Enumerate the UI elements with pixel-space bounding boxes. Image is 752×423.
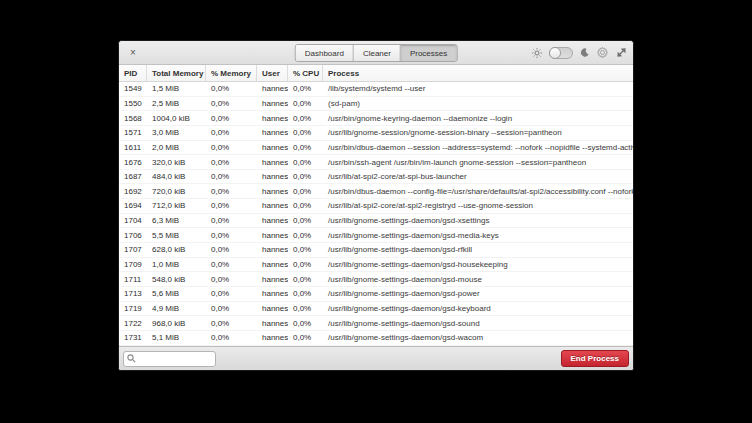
cell-user: hannes [257, 260, 288, 269]
tab-dashboard[interactable]: Dashboard [296, 45, 354, 61]
cell-mempct: 0,0% [206, 289, 257, 298]
cell-user: hannes [257, 333, 288, 342]
cell-mempct: 0,0% [206, 158, 257, 167]
search-box[interactable] [123, 351, 216, 367]
column-header-pid[interactable]: PID [119, 65, 147, 81]
cell-proc: /usr/lib/at-spi2-core/at-spi-bus-launche… [323, 172, 633, 181]
cell-pid: 1713 [119, 289, 147, 298]
cell-pid: 1549 [119, 84, 147, 93]
tab-cleaner[interactable]: Cleaner [354, 45, 401, 61]
cell-cpu: 0,0% [288, 245, 323, 254]
sun-icon [532, 48, 542, 58]
column-header-process[interactable]: Process [323, 65, 633, 81]
table-row[interactable]: 15502,5 MiB0,0%hannes0,0%(sd-pam) [119, 97, 633, 112]
dark-mode-toggle[interactable] [549, 47, 573, 59]
cell-cpu: 0,0% [288, 158, 323, 167]
cell-mempct: 0,0% [206, 128, 257, 137]
cell-pid: 1550 [119, 99, 147, 108]
cell-mempct: 0,0% [206, 319, 257, 328]
cell-cpu: 0,0% [288, 143, 323, 152]
cell-proc: /lib/systemd/systemd --user [323, 84, 633, 93]
search-icon [127, 354, 136, 363]
cell-user: hannes [257, 201, 288, 210]
table-row[interactable]: 1707628,0 kiB0,0%hannes0,0%/usr/lib/gnom… [119, 243, 633, 258]
cell-mempct: 0,0% [206, 143, 257, 152]
cell-proc: /usr/lib/gnome-settings-daemon/gsd-media… [323, 231, 633, 240]
cell-mem: 5,6 MiB [147, 289, 206, 298]
cell-mempct: 0,0% [206, 333, 257, 342]
cell-mem: 720,0 kiB [147, 187, 206, 196]
cell-mem: 3,0 MiB [147, 128, 206, 137]
cell-mem: 484,0 kiB [147, 172, 206, 181]
cell-mempct: 0,0% [206, 187, 257, 196]
table-row[interactable]: 15491,5 MiB0,0%hannes0,0%/lib/systemd/sy… [119, 82, 633, 97]
cell-mem: 1,0 MiB [147, 260, 206, 269]
cell-cpu: 0,0% [288, 128, 323, 137]
table-row[interactable]: 15681004,0 kiB0,0%hannes0,0%/usr/bin/gno… [119, 111, 633, 126]
titlebar[interactable]: × Dashboard Cleaner Processes [119, 41, 633, 65]
cell-mem: 712,0 kiB [147, 201, 206, 210]
cell-user: hannes [257, 84, 288, 93]
gear-icon[interactable] [596, 46, 609, 59]
cell-mempct: 0,0% [206, 275, 257, 284]
column-header-user[interactable]: User [257, 65, 288, 81]
end-process-button[interactable]: End Process [561, 350, 629, 367]
cell-mem: 2,0 MiB [147, 143, 206, 152]
cell-mem: 6,3 MiB [147, 216, 206, 225]
table-header: PID Total Memory % Memory User % CPU Pro… [119, 65, 633, 82]
cell-proc: /usr/lib/gnome-settings-daemon/gsd-power [323, 289, 633, 298]
cell-pid: 1731 [119, 333, 147, 342]
table-row[interactable]: 1694712,0 kiB0,0%hannes0,0%/usr/lib/at-s… [119, 199, 633, 214]
cell-pid: 1709 [119, 260, 147, 269]
column-header-total-memory[interactable]: Total Memory [147, 65, 206, 81]
cell-mem: 1,5 MiB [147, 84, 206, 93]
cell-user: hannes [257, 158, 288, 167]
table-row[interactable]: 17315,1 MiB0,0%hannes0,0%/usr/lib/gnome-… [119, 331, 633, 346]
cell-cpu: 0,0% [288, 84, 323, 93]
cell-pid: 1704 [119, 216, 147, 225]
close-icon: × [130, 47, 136, 58]
table-row[interactable]: 17135,6 MiB0,0%hannes0,0%/usr/lib/gnome-… [119, 287, 633, 302]
cell-mempct: 0,0% [206, 99, 257, 108]
cell-proc: /usr/lib/gnome-settings-daemon/gsd-sound [323, 319, 633, 328]
cell-pid: 1706 [119, 231, 147, 240]
tab-processes[interactable]: Processes [401, 45, 456, 61]
search-input[interactable] [139, 354, 212, 363]
cell-proc: /usr/lib/at-spi2-core/at-spi2-registryd … [323, 201, 633, 210]
cell-proc: /usr/bin/dbus-daemon --config-file=/usr/… [323, 187, 633, 196]
cell-user: hannes [257, 114, 288, 123]
table-row[interactable]: 15713,0 MiB0,0%hannes0,0%/usr/lib/gnome-… [119, 126, 633, 141]
table-row[interactable]: 17091,0 MiB0,0%hannes0,0%/usr/lib/gnome-… [119, 258, 633, 273]
table-row[interactable]: 1687484,0 kiB0,0%hannes0,0%/usr/lib/at-s… [119, 170, 633, 185]
cell-user: hannes [257, 216, 288, 225]
cell-cpu: 0,0% [288, 304, 323, 313]
cell-user: hannes [257, 245, 288, 254]
column-header-cpu-pct[interactable]: % CPU [288, 65, 323, 81]
cell-pid: 1687 [119, 172, 147, 181]
expand-icon[interactable] [616, 47, 627, 58]
cell-proc: /usr/bin/ssh-agent /usr/bin/im-launch gn… [323, 158, 633, 167]
cell-user: hannes [257, 143, 288, 152]
table-row[interactable]: 17194,9 MiB0,0%hannes0,0%/usr/lib/gnome-… [119, 302, 633, 317]
cell-user: hannes [257, 319, 288, 328]
table-row[interactable]: 1692720,0 kiB0,0%hannes0,0%/usr/bin/dbus… [119, 184, 633, 199]
cell-proc: /usr/bin/dbus-daemon --session --address… [323, 143, 633, 152]
column-header-memory-pct[interactable]: % Memory [206, 65, 257, 81]
cell-mem: 548,0 kiB [147, 275, 206, 284]
cell-pid: 1692 [119, 187, 147, 196]
monitor-window: × Dashboard Cleaner Processes [118, 40, 634, 371]
cell-pid: 1722 [119, 319, 147, 328]
cell-cpu: 0,0% [288, 114, 323, 123]
cell-proc: /usr/lib/gnome-settings-daemon/gsd-xsett… [323, 216, 633, 225]
cell-mem: 2,5 MiB [147, 99, 206, 108]
cell-mem: 4,9 MiB [147, 304, 206, 313]
close-button[interactable]: × [122, 42, 144, 64]
table-row[interactable]: 1676320,0 kiB0,0%hannes0,0%/usr/bin/ssh-… [119, 155, 633, 170]
cell-mem: 628,0 kiB [147, 245, 206, 254]
table-row[interactable]: 17046,3 MiB0,0%hannes0,0%/usr/lib/gnome-… [119, 214, 633, 229]
table-row[interactable]: 17065,5 MiB0,0%hannes0,0%/usr/lib/gnome-… [119, 228, 633, 243]
table-row[interactable]: 16112,0 MiB0,0%hannes0,0%/usr/bin/dbus-d… [119, 141, 633, 156]
table-row[interactable]: 1711548,0 kiB0,0%hannes0,0%/usr/lib/gnom… [119, 272, 633, 287]
table-row[interactable]: 1722968,0 kiB0,0%hannes0,0%/usr/lib/gnom… [119, 316, 633, 331]
cell-mempct: 0,0% [206, 245, 257, 254]
